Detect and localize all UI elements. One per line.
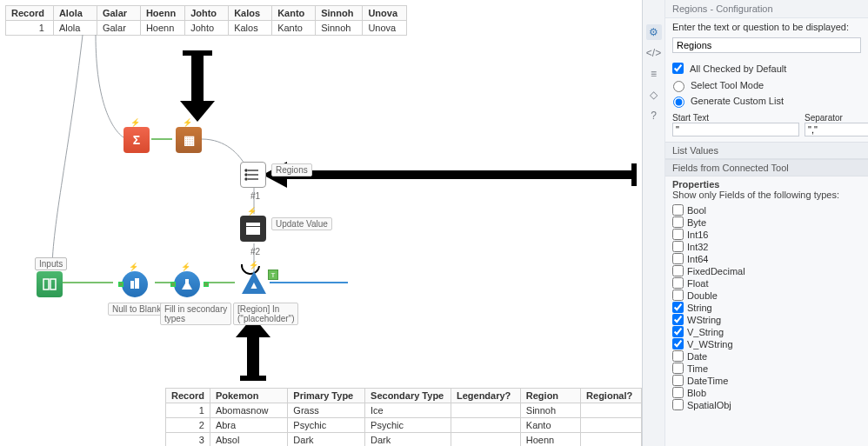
listbox-tool[interactable]	[240, 162, 266, 188]
svg-text:▲: ▲	[249, 279, 259, 291]
hash1-label: #1	[250, 191, 260, 201]
panel-icon-strip: ⚙ </> ≡ ◇ ?	[643, 0, 665, 446]
inputs-label: Inputs	[35, 257, 67, 270]
bottom-table-header: Secondary Type	[365, 389, 451, 403]
bottom-table-header: Region	[520, 389, 580, 403]
prompt-label: Enter the text or question to be display…	[665, 18, 868, 34]
svg-marker-16	[246, 223, 260, 226]
separator-input[interactable]	[805, 123, 868, 136]
top-table-header: Sinnoh	[316, 6, 363, 21]
svg-rect-17	[130, 281, 134, 289]
svg-rect-6	[247, 337, 259, 377]
field-type-date[interactable]: Date	[672, 350, 861, 362]
table-row[interactable]: 3AbsolDarkDarkHoenn	[166, 433, 642, 447]
filter-tool[interactable]: ▲	[240, 270, 268, 297]
action-tool[interactable]	[240, 216, 266, 242]
summarize-tool[interactable]: Σ	[124, 127, 150, 153]
properties-head: Properties	[665, 176, 868, 190]
top-table-header: Kalos	[229, 6, 272, 21]
top-table-header: Galar	[97, 6, 140, 21]
field-type-blob[interactable]: Blob	[672, 387, 861, 398]
filter-true-anchor[interactable]: T	[268, 270, 278, 280]
panel-title: Regions - Configuration	[665, 0, 868, 18]
list-icon[interactable]: ≡	[646, 66, 662, 82]
field-type-int32[interactable]: Int32	[672, 241, 861, 252]
formula-label: Fill in secondary types	[160, 303, 231, 325]
field-type-spatialobj[interactable]: SpatialObj	[672, 399, 861, 410]
field-type-int16[interactable]: Int16	[672, 229, 861, 240]
field-type-time[interactable]: Time	[672, 363, 861, 374]
top-table-header: Johto	[185, 6, 229, 21]
fields-connected-head: Fields from Connected Tool	[665, 159, 868, 176]
start-text-input[interactable]	[672, 123, 799, 136]
code-icon[interactable]: </>	[646, 45, 662, 61]
bottom-table-header: Regional?	[581, 389, 642, 403]
inputs-macro[interactable]	[37, 271, 63, 297]
top-table-header: Record	[6, 6, 54, 21]
separator-label: Separator	[805, 113, 868, 123]
prompt-input[interactable]	[672, 37, 861, 53]
field-type-fixeddecimal[interactable]: FixedDecimal	[672, 265, 861, 276]
all-checked-checkbox[interactable]: All Checked by Default	[669, 60, 861, 77]
field-type-int64[interactable]: Int64	[672, 253, 861, 264]
top-data-table: RecordAlolaGalarHoennJohtoKalosKantoSinn…	[5, 5, 407, 36]
field-type-float[interactable]: Float	[672, 277, 861, 289]
svg-rect-15	[246, 227, 260, 235]
start-text-label: Start Text	[672, 113, 799, 123]
filter-label: [Region] In ("placeholder")	[233, 303, 298, 325]
svg-rect-0	[191, 52, 204, 101]
workflow-canvas[interactable]: RecordAlolaGalarHoennJohtoKalosKantoSinn…	[0, 0, 642, 446]
svg-point-12	[245, 170, 247, 171]
field-type-string[interactable]: String	[672, 302, 861, 313]
table-row[interactable]: 1AbomasnowGrassIceSinnoh	[166, 403, 642, 418]
svg-rect-3	[287, 170, 635, 179]
null-to-blank-label: Null to Blank	[108, 303, 165, 316]
svg-rect-18	[135, 278, 139, 289]
top-table-header: Hoenn	[140, 6, 184, 21]
tag-icon[interactable]: ◇	[646, 87, 662, 103]
list-values-head: List Values	[665, 142, 868, 159]
svg-rect-8	[240, 376, 266, 381]
top-table-header: Alola	[53, 6, 97, 21]
field-type-datetime[interactable]: DateTime	[672, 375, 861, 386]
bottom-table-header: Primary Type	[288, 389, 365, 403]
show-only-label: Show only Fields of the following types:	[665, 190, 868, 203]
select-tool-radio[interactable]: Select Tool Mode	[669, 78, 861, 92]
field-type-v_wstring[interactable]: V_WString	[672, 338, 861, 349]
action-label: Update Value	[271, 217, 332, 230]
help-icon[interactable]: ?	[646, 108, 662, 123]
top-table-header: Kanto	[272, 6, 316, 21]
bottom-table-header: Pokemon	[210, 389, 287, 403]
field-type-v_string[interactable]: V_String	[672, 326, 861, 337]
svg-rect-5	[631, 163, 637, 186]
gear-icon[interactable]: ⚙	[646, 24, 662, 40]
crosstab-tool[interactable]: ▦	[176, 127, 202, 153]
field-type-bool[interactable]: Bool	[672, 204, 861, 216]
formula-tool[interactable]	[174, 271, 200, 297]
table-row[interactable]: 2AbraPsychicPsychicKanto	[166, 418, 642, 433]
svg-point-14	[245, 178, 247, 180]
svg-point-13	[245, 174, 247, 176]
null-to-blank-tool[interactable]	[122, 271, 148, 297]
bottom-data-table: RecordPokemonPrimary TypeSecondary TypeL…	[165, 388, 642, 446]
field-type-wstring[interactable]: WString	[672, 314, 861, 325]
field-type-byte[interactable]: Byte	[672, 216, 861, 228]
generate-custom-radio[interactable]: Generate Custom List	[669, 94, 861, 108]
config-panel: ⚙ </> ≡ ◇ ? Regions - Configuration Ente…	[642, 0, 868, 446]
hash2-label: #2	[250, 247, 260, 256]
svg-rect-2	[183, 50, 212, 56]
bottom-table-header: Record	[166, 389, 210, 403]
listbox-label: Regions	[271, 163, 312, 176]
table-row[interactable]: 1AlolaGalarHoennJohtoKalosKantoSinnohUno…	[6, 21, 407, 36]
field-type-double[interactable]: Double	[672, 290, 861, 301]
bottom-table-header: Legendary?	[451, 389, 520, 403]
field-type-list: BoolByteInt16Int32Int64FixedDecimalFloat…	[665, 203, 868, 414]
top-table-header: Unova	[363, 6, 407, 21]
